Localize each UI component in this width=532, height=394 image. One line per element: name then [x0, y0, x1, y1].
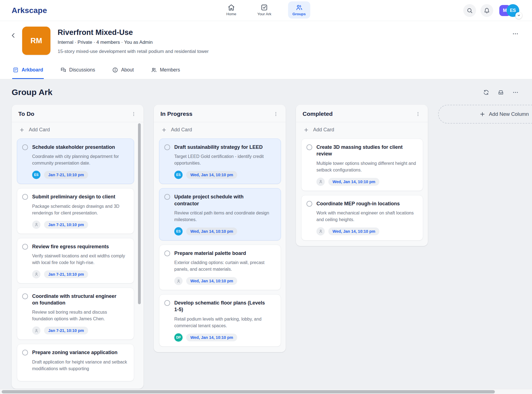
card-description: Coordinate with city planning department… — [32, 153, 129, 167]
card-due-date: Wed, Jan 14, 10:10 pm — [186, 227, 237, 235]
tab-arkboard[interactable]: Arkboard — [12, 62, 44, 79]
unassigned-user-icon — [174, 277, 183, 285]
column-scrollbar-thumb[interactable] — [138, 123, 141, 304]
chevron-left-icon — [10, 32, 19, 39]
card-checkbox[interactable] — [22, 350, 28, 355]
add-card-label: Add Card — [313, 127, 334, 133]
card-checkbox[interactable] — [22, 293, 28, 299]
card-checkbox[interactable] — [164, 144, 170, 150]
kanban-icon — [13, 67, 19, 73]
card[interactable]: Prepare zoning variance applicationDraft… — [17, 344, 134, 381]
card-due-date: Wed, Jan 14, 10:10 pm — [328, 178, 379, 186]
card-title: Review fire egress requirements — [32, 243, 109, 250]
app-logo[interactable]: Arkscape — [12, 6, 47, 15]
card[interactable]: Create 3D massing studies for client rev… — [301, 139, 423, 191]
board-column-completed: CompletedAdd CardCreate 3D massing studi… — [296, 105, 428, 246]
nav-item-label: Home — [226, 12, 236, 16]
card[interactable]: Submit preliminary design to clientPacka… — [17, 188, 134, 234]
board-column-in-progress: In ProgressAdd CardDraft sustainability … — [154, 105, 286, 352]
nav-item-groups[interactable]: Groups — [288, 1, 310, 19]
card-checkbox[interactable] — [164, 300, 170, 306]
search-button[interactable] — [463, 4, 476, 17]
card-checkbox[interactable] — [164, 194, 170, 200]
card-description: Multiple tower options showing different… — [316, 160, 418, 173]
horizontal-scrollbar-thumb[interactable] — [2, 390, 495, 393]
primary-nav: Home Your Ark Groups — [222, 1, 310, 19]
project-menu-button[interactable] — [512, 30, 519, 37]
card-title: Develop schematic floor plans (Levels 1-… — [174, 300, 266, 313]
column-menu-button[interactable] — [415, 111, 421, 117]
card-top-row: Prepare zoning variance application — [22, 349, 129, 356]
card-title: Coordinate with structural engineer on f… — [32, 293, 124, 306]
card-due-date: Wed, Jan 14, 10:10 pm — [186, 277, 237, 285]
card[interactable]: Coordinate with structural engineer on f… — [17, 288, 134, 340]
card-checkbox[interactable] — [306, 144, 312, 150]
card-checkbox[interactable] — [22, 144, 28, 150]
refresh-icon[interactable] — [483, 89, 489, 96]
notifications-button[interactable] — [480, 4, 493, 17]
column-header: Completed — [296, 105, 428, 122]
column-menu-button[interactable] — [131, 111, 137, 117]
card-footer: Wed, Jan 14, 10:10 pm — [316, 178, 418, 186]
card[interactable]: Develop schematic floor plans (Levels 1-… — [159, 294, 281, 347]
card-footer: Jan 7-21, 10:10 pm — [32, 270, 129, 278]
card-checkbox[interactable] — [306, 201, 312, 207]
card-checkbox[interactable] — [164, 250, 170, 256]
bell-icon — [484, 7, 490, 14]
nav-item-home[interactable]: Home — [222, 1, 241, 19]
add-card-button[interactable]: Add Card — [154, 122, 286, 137]
card-footer: Wed, Jan 14, 10:10 pm — [316, 227, 418, 236]
tab-members[interactable]: Members — [150, 62, 181, 79]
back-button[interactable] — [10, 32, 19, 55]
card[interactable]: Prepare material palette boardExterior c… — [159, 245, 281, 290]
card-due-date: Wed, Jan 14, 10:10 pm — [328, 227, 379, 235]
plus-icon — [19, 127, 25, 133]
card-title: Create 3D massing studies for client rev… — [316, 144, 408, 157]
check-square-icon — [261, 4, 268, 11]
card[interactable]: Draft sustainability strategy for LEEDTa… — [159, 139, 281, 184]
info-icon — [112, 67, 118, 73]
add-card-button[interactable]: Add Card — [296, 122, 428, 137]
card[interactable]: Update project schedule with contractorR… — [159, 188, 281, 241]
nav-item-your-ark[interactable]: Your Ark — [253, 1, 276, 19]
add-new-column-button[interactable]: Add New Column — [438, 105, 532, 124]
card-checkbox[interactable] — [22, 244, 28, 250]
card-checkbox[interactable] — [22, 194, 28, 200]
card-assignee-avatar: ES — [174, 171, 183, 179]
tab-discussions[interactable]: Discussions — [60, 62, 96, 79]
ellipsis-icon — [512, 30, 519, 37]
tab-about[interactable]: About — [112, 62, 134, 79]
card-due-date: Jan 7-21, 10:10 pm — [44, 221, 88, 229]
chevron-down-icon — [515, 12, 522, 19]
plus-icon — [479, 111, 485, 117]
add-card-button[interactable]: Add Card — [12, 122, 144, 137]
inbox-icon[interactable] — [498, 89, 504, 96]
unassigned-user-icon — [32, 221, 40, 229]
user-menu[interactable]: M ES — [499, 3, 520, 18]
card-top-row: Prepare material palette board — [164, 250, 276, 257]
column-menu-button[interactable] — [273, 111, 279, 117]
card[interactable]: Coordinate MEP rough-in locationsWork wi… — [301, 195, 423, 241]
page-title: Riverfront Mixed-Use — [58, 28, 209, 37]
card-title: Draft sustainability strategy for LEED — [174, 144, 263, 150]
card-top-row: Review fire egress requirements — [22, 243, 129, 250]
card-top-row: Draft sustainability strategy for LEED — [164, 144, 276, 150]
column-title: Completed — [303, 111, 333, 117]
unassigned-user-icon — [316, 178, 325, 186]
card-due-date: Jan 7-21, 10:10 pm — [44, 270, 88, 278]
tab-label: About — [121, 67, 134, 73]
board-menu-button[interactable] — [512, 89, 519, 96]
card-title: Update project schedule with contractor — [174, 193, 266, 207]
card-title: Coordinate MEP rough-in locations — [316, 200, 400, 207]
card[interactable]: Review fire egress requirementsVerify st… — [17, 238, 134, 283]
nav-item-label: Groups — [292, 12, 306, 16]
card-footer: ESWed, Jan 14, 10:10 pm — [174, 227, 276, 236]
card-top-row: Schedule stakeholder presentation — [22, 144, 129, 150]
board: Group Ark To DoAdd CardSchedule stakehol… — [0, 88, 532, 389]
card-top-row: Create 3D massing studies for client rev… — [306, 144, 418, 157]
column-cards: Create 3D massing studies for client rev… — [296, 137, 428, 246]
card-top-row: Coordinate with structural engineer on f… — [22, 293, 129, 306]
card[interactable]: Schedule stakeholder presentationCoordin… — [17, 139, 134, 184]
card-top-row: Submit preliminary design to client — [22, 193, 129, 200]
card-top-row: Coordinate MEP rough-in locations — [306, 200, 418, 207]
